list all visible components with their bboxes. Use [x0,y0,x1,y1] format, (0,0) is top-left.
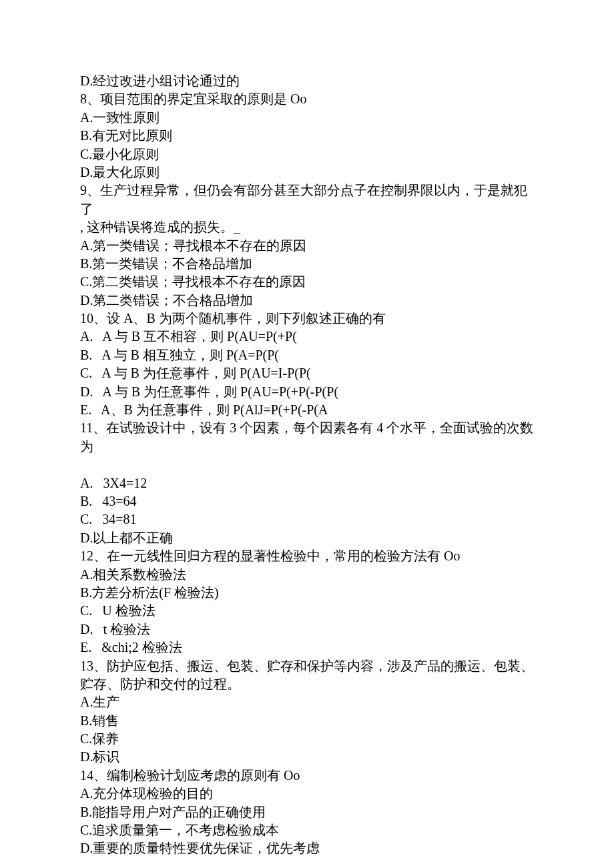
text-line: A.相关系数检验法 [80,566,534,584]
text-line: 14、编制检验计划应考虑的原则有 Oo [80,767,534,785]
text-line: 9、生产过程异常，但仍会有部分甚至大部分点子在控制界限以内，于是就犯了 [80,181,534,218]
text-line: D.第二类错误；不合格品增加 [80,292,534,310]
text-line: 13、防护应包括、搬运、包装、贮存和保护等内容，涉及产品的搬运、包装、 [80,657,534,675]
text-line: C.追求质量第一，不考虑检验成本 [80,821,534,839]
text-line: E. A、B 为任意事件，则 P(AlJ=P(+P(-P(A [80,401,534,419]
text-line: D.以上都不正确 [80,529,534,547]
text-line: A.充分体现检验的目的 [80,785,534,803]
text-line: A. 3X4=12 [80,474,534,492]
text-line: 12、在一元线性回归方程的显著性检验中，常用的检验方法有 Oo [80,547,534,565]
text-line: B.销售 [80,712,534,730]
text-line: D.重要的质量特性要优先保证，优先考虑 [80,839,534,857]
text-line: D.最大化原则 [80,163,534,181]
text-line: 为 [80,438,534,456]
text-line: B.能指导用户对产品的正确使用 [80,803,534,821]
text-line: E. &chi;2 检验法 [80,638,534,657]
text-line: A.生产 [80,693,534,711]
text-line: C. U 检验法 [80,602,534,620]
text-line: A.第一类错误；寻找根本不存在的原因 [80,237,534,255]
text-line: 10、设 A、B 为两个随机事件，则下列叙述正确的有 [80,310,534,328]
text-line: D.标识 [80,748,534,766]
text-line: A. A 与 B 互不相容，则 P(AU=P(+P( [80,328,534,346]
text-line: C. A 与 B 为任意事件，则 P(AU=I-P(P( [80,364,534,382]
text-line: B.有无对比原则 [80,127,534,145]
text-line: B. 43=64 [80,492,534,510]
text-line: 贮存、防护和交付的过程。 [80,675,534,693]
text-line: B.第一类错误；不合格品增加 [80,255,534,273]
text-line: C.第二类错误；寻找根本不存在的原因 [80,273,534,291]
document-page: D.经过改进小组讨论通过的 8、项目范围的界定宜采取的原则是 Oo A.一致性原… [0,0,614,868]
text-line: A.一致性原则 [80,109,534,127]
text-line: C.保养 [80,730,534,748]
text-line [80,456,534,474]
text-line: D.经过改进小组讨论通过的 [80,72,534,90]
text-line: D. A 与 B 为任意事件，则 P(AU=P(+P(-P(P( [80,383,534,401]
text-line: B.方差分析法(F 检验法) [80,584,534,602]
text-line: , 这种错误将造成的损失。_ [80,218,534,236]
text-line: C.最小化原则 [80,145,534,163]
text-line: 8、项目范围的界定宜采取的原则是 Oo [80,90,534,108]
text-line: C. 34=81 [80,510,534,528]
text-line: B. A 与 B 相互独立，则 P(A=P(P( [80,346,534,364]
text-line: D. t 检验法 [80,620,534,638]
text-line: 11、在试验设计中，设有 3 个因素，每个因素各有 4 个水平，全面试验的次数 [80,419,534,437]
